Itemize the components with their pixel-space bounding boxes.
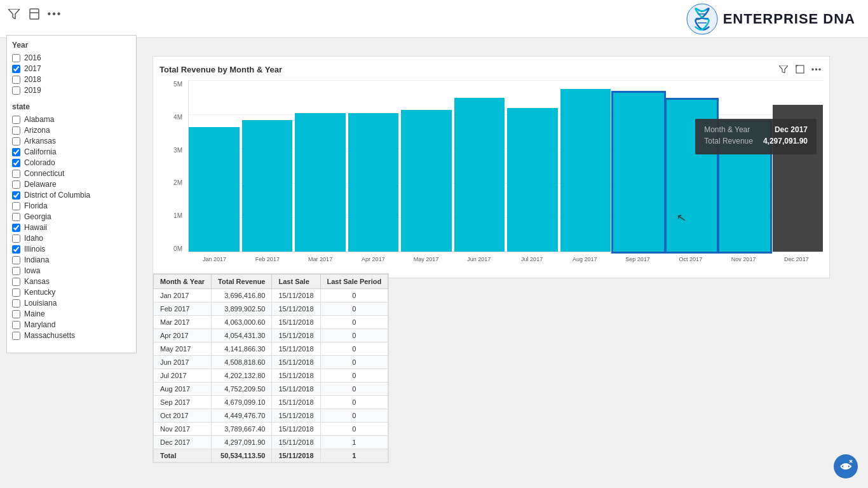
- state-checkbox[interactable]: [12, 278, 20, 286]
- year-filter-item[interactable]: 2017: [12, 64, 131, 73]
- state-filter-item[interactable]: Louisiana: [12, 299, 131, 308]
- state-checkbox[interactable]: [12, 299, 20, 308]
- state-filter-item[interactable]: Maine: [12, 309, 131, 318]
- state-filter-item[interactable]: Maryland: [12, 320, 131, 329]
- state-filter-item[interactable]: Alabama: [12, 115, 131, 124]
- table-row: Jul 20174,202,132.8015/11/20180: [154, 369, 388, 383]
- tooltip-month-label: Month & Year: [704, 125, 750, 134]
- bar-wrapper[interactable]: [507, 81, 558, 252]
- chart-bar[interactable]: [454, 98, 505, 252]
- state-filter-item[interactable]: Florida: [12, 201, 131, 210]
- state-checkbox[interactable]: [12, 267, 20, 275]
- cell-month: Jun 2017: [154, 356, 212, 369]
- bar-wrapper[interactable]: [667, 81, 717, 252]
- state-checkbox[interactable]: [12, 245, 20, 254]
- state-checkbox[interactable]: [12, 332, 20, 340]
- subscribe-icon[interactable]: [833, 454, 858, 479]
- cell-revenue: 4,449,476.70: [212, 409, 272, 423]
- state-checkbox[interactable]: [12, 213, 20, 221]
- cell-revenue: 4,297,091.90: [212, 436, 272, 449]
- state-filter-item[interactable]: Hawaii: [12, 223, 131, 232]
- chart-bar[interactable]: [189, 127, 240, 252]
- state-checkbox[interactable]: [12, 224, 20, 232]
- year-checkbox[interactable]: [12, 54, 20, 62]
- cell-last-sale: 15/11/2018: [272, 409, 320, 423]
- chart-bar[interactable]: [560, 89, 611, 252]
- state-checkbox[interactable]: [12, 137, 20, 146]
- state-checkbox[interactable]: [12, 148, 20, 156]
- bar-wrapper[interactable]: [454, 81, 505, 252]
- state-filter-item[interactable]: District of Columbia: [12, 191, 131, 200]
- state-filter-item[interactable]: Colorado: [12, 158, 131, 167]
- state-filter-item[interactable]: Massachusetts: [12, 331, 131, 340]
- bar-wrapper[interactable]: [242, 81, 293, 252]
- bar-wrapper[interactable]: [560, 81, 611, 252]
- chart-bar[interactable]: [295, 113, 346, 252]
- chart-bar[interactable]: [242, 120, 293, 252]
- state-checkbox[interactable]: [12, 321, 20, 329]
- bar-wrapper[interactable]: [613, 81, 664, 252]
- svg-marker-4: [8, 9, 20, 19]
- bar-wrapper[interactable]: [773, 81, 824, 252]
- bar-wrapper[interactable]: [719, 81, 770, 252]
- cell-month: Jan 2017: [154, 289, 212, 302]
- state-checkbox[interactable]: [12, 126, 20, 135]
- cell-month: Total: [154, 449, 212, 463]
- state-filter-item[interactable]: Idaho: [12, 234, 131, 243]
- state-checkbox[interactable]: [12, 116, 20, 124]
- year-checkbox[interactable]: [12, 86, 20, 95]
- state-filter-item[interactable]: California: [12, 147, 131, 156]
- state-filter-item[interactable]: Kentucky: [12, 288, 131, 297]
- state-checkbox[interactable]: [12, 170, 20, 178]
- bar-wrapper[interactable]: [348, 81, 399, 252]
- state-checkbox[interactable]: [12, 310, 20, 318]
- state-filter-item[interactable]: Connecticut: [12, 169, 131, 178]
- logo-area: ENTERPRISE DNA: [686, 3, 855, 35]
- state-checkbox[interactable]: [12, 159, 20, 167]
- bar-wrapper[interactable]: [401, 81, 452, 252]
- state-filter-item[interactable]: Arizona: [12, 126, 131, 135]
- subscribe-area[interactable]: [833, 454, 858, 482]
- filter-icon[interactable]: [6, 6, 22, 22]
- logo-text: ENTERPRISE DNA: [723, 11, 855, 27]
- state-filter-item[interactable]: Delaware: [12, 180, 131, 189]
- table-row: Jan 20173,696,416.8015/11/20180: [154, 289, 388, 302]
- chart-bar[interactable]: [348, 113, 399, 252]
- chart-bar[interactable]: [401, 110, 452, 252]
- state-checkbox[interactable]: [12, 256, 20, 264]
- year-filter-item[interactable]: 2018: [12, 75, 131, 84]
- year-checkbox[interactable]: [12, 65, 20, 73]
- cell-month: May 2017: [154, 342, 212, 356]
- state-checkbox[interactable]: [12, 288, 20, 297]
- state-checkbox[interactable]: [12, 191, 20, 200]
- bookmark-icon[interactable]: [27, 6, 42, 22]
- chart-more-icon[interactable]: •••: [810, 63, 823, 76]
- state-filter-item[interactable]: Iowa: [12, 266, 131, 275]
- cell-period: 0: [320, 423, 388, 436]
- state-checkbox[interactable]: [12, 202, 20, 210]
- state-filter-item[interactable]: Arkansas: [12, 137, 131, 146]
- state-filter-item[interactable]: Kansas: [12, 277, 131, 286]
- state-filter-item[interactable]: Indiana: [12, 255, 131, 264]
- chart-area: 0M 1M 2M 3M 4M 5M Jan 2017Feb 2017Mar 20…: [159, 81, 823, 271]
- year-filter-item[interactable]: 2019: [12, 86, 131, 95]
- year-checkbox[interactable]: [12, 76, 20, 84]
- state-filter-item[interactable]: Georgia: [12, 212, 131, 221]
- col-total-revenue: Total Revenue: [212, 274, 272, 289]
- chart-expand-icon[interactable]: [794, 63, 806, 76]
- y-label-2: 2M: [159, 179, 185, 186]
- year-filter-item[interactable]: 2016: [12, 53, 131, 62]
- chart-filter-icon[interactable]: [777, 63, 790, 76]
- svg-marker-6: [779, 65, 788, 73]
- state-filter-item[interactable]: Illinois: [12, 245, 131, 254]
- bar-wrapper[interactable]: [189, 81, 240, 252]
- bar-wrapper[interactable]: [295, 81, 346, 252]
- state-checkbox[interactable]: [12, 234, 20, 243]
- header: ENTERPRISE DNA: [0, 0, 868, 38]
- chart-bar[interactable]: [507, 108, 558, 252]
- cell-month: Sep 2017: [154, 396, 212, 409]
- state-checkbox[interactable]: [12, 180, 20, 189]
- more-icon[interactable]: •••: [47, 6, 62, 22]
- chart-bar[interactable]: [613, 93, 664, 252]
- state-filter-items: AlabamaArizonaArkansasCaliforniaColorado…: [12, 115, 131, 340]
